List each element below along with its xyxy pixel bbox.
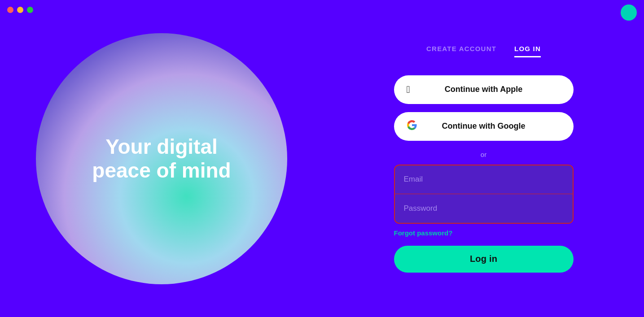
or-divider: or bbox=[394, 151, 574, 158]
tabs: CREATE ACCOUNT LOG IN bbox=[426, 45, 541, 57]
hero-circle: Your digitalpeace of mind bbox=[36, 33, 287, 284]
minimize-button[interactable] bbox=[17, 7, 23, 13]
tab-login[interactable]: LOG IN bbox=[514, 45, 541, 57]
email-field[interactable] bbox=[395, 165, 573, 194]
maximize-button[interactable] bbox=[27, 7, 33, 13]
window-chrome bbox=[0, 0, 644, 20]
forgot-password-link[interactable]: Forgot password? bbox=[394, 229, 453, 237]
continue-with-google-button[interactable]: Continue with Google bbox=[394, 112, 574, 141]
google-icon bbox=[407, 120, 417, 133]
form-container:  Continue with Apple Continue with Goog… bbox=[394, 75, 574, 273]
login-button[interactable]: Log in bbox=[394, 246, 574, 273]
traffic-lights bbox=[7, 7, 33, 13]
apple-button-label: Continue with Apple bbox=[445, 85, 522, 94]
right-panel: CREATE ACCOUNT LOG IN  Continue with Ap… bbox=[323, 0, 644, 317]
close-button[interactable] bbox=[7, 7, 13, 13]
continue-with-apple-button[interactable]:  Continue with Apple bbox=[394, 75, 574, 104]
tab-create-account[interactable]: CREATE ACCOUNT bbox=[426, 45, 496, 57]
password-field[interactable] bbox=[395, 194, 573, 223]
hero-text: Your digitalpeace of mind bbox=[74, 135, 249, 182]
apple-icon:  bbox=[407, 84, 410, 96]
left-panel: Your digitalpeace of mind bbox=[0, 0, 323, 317]
input-group bbox=[394, 165, 574, 224]
avatar[interactable] bbox=[621, 4, 637, 21]
google-button-label: Continue with Google bbox=[442, 122, 526, 131]
